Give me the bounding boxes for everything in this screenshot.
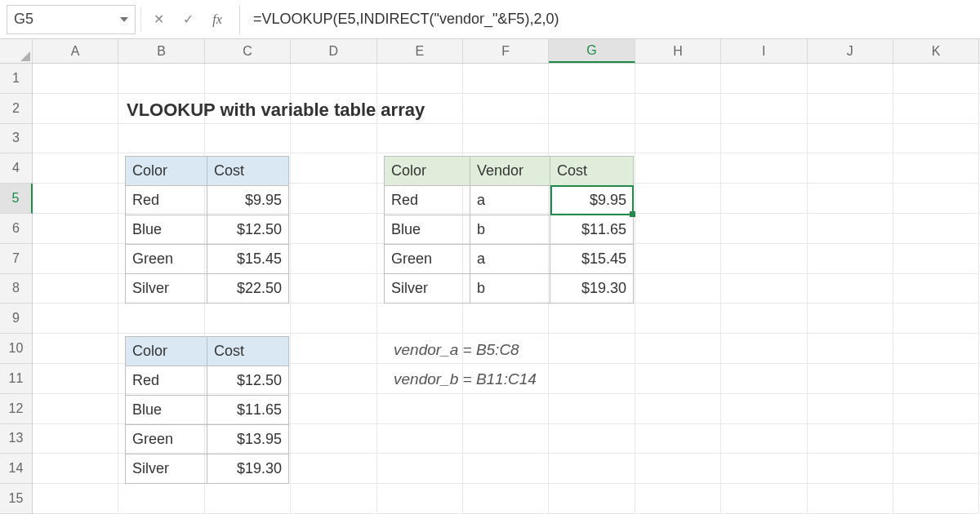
cell[interactable] [291,274,376,304]
column-header[interactable]: D [291,39,376,63]
cell[interactable] [893,454,979,484]
cell[interactable] [291,64,376,94]
cell[interactable] [635,424,721,454]
cell[interactable] [118,484,204,514]
cell[interactable] [635,94,721,124]
row-header[interactable]: 3 [0,124,32,154]
cell[interactable] [808,214,893,244]
column-header[interactable]: G [549,39,635,63]
cell[interactable] [635,334,721,364]
cell[interactable] [33,244,118,274]
cell[interactable] [549,64,635,94]
cell[interactable] [635,184,721,214]
cell[interactable] [291,394,376,424]
row-header[interactable]: 9 [0,304,32,334]
cell[interactable] [463,94,549,124]
cell[interactable] [635,153,721,184]
cell[interactable] [893,274,979,304]
cell[interactable] [291,334,376,364]
cell[interactable] [291,424,376,454]
row-header[interactable]: 6 [0,214,32,244]
cell[interactable] [893,64,979,94]
cell[interactable] [808,274,893,304]
cell[interactable] [463,64,549,94]
cell[interactable] [118,64,204,94]
cell[interactable] [33,64,118,94]
column-header[interactable]: K [893,39,979,63]
cell[interactable] [377,424,463,454]
row-header[interactable]: 13 [0,424,32,454]
cell[interactable] [377,124,463,154]
cell[interactable] [635,454,721,484]
formula-input[interactable]: =VLOOKUP(E5,INDIRECT("vendor_"&F5),2,0) [250,11,973,28]
cell[interactable] [33,394,118,424]
cell[interactable] [33,153,118,184]
column-header[interactable]: I [721,39,807,63]
cell[interactable] [463,454,549,484]
cell[interactable] [808,454,893,484]
cell[interactable] [808,124,893,154]
cell[interactable] [721,304,807,334]
cell[interactable] [893,94,979,124]
cell[interactable] [549,94,635,124]
name-box[interactable]: G5 [7,5,136,34]
select-all-corner[interactable] [0,39,33,63]
cell[interactable] [205,484,291,514]
cell[interactable] [808,394,893,424]
row-header[interactable]: 1 [0,64,32,94]
row-header[interactable]: 12 [0,394,32,424]
cell[interactable] [291,244,376,274]
cell[interactable] [893,124,979,154]
cancel-formula-button[interactable]: ✕ [146,7,171,32]
row-header[interactable]: 4 [0,153,32,184]
cell[interactable] [721,184,807,214]
cell[interactable] [635,244,721,274]
cell[interactable] [721,214,807,244]
cell[interactable] [205,304,291,334]
row-header[interactable]: 15 [0,484,32,514]
cell[interactable] [893,244,979,274]
cell[interactable] [721,124,807,154]
cell[interactable] [635,64,721,94]
cell[interactable] [463,304,549,334]
column-header[interactable]: A [33,39,118,63]
cell[interactable] [33,454,118,484]
column-header[interactable]: C [205,39,291,63]
cell[interactable] [721,153,807,184]
cell[interactable] [893,364,979,394]
enter-formula-button[interactable]: ✓ [176,7,200,32]
cell[interactable] [377,454,463,484]
cell[interactable] [118,304,204,334]
cell[interactable] [291,124,376,154]
cell[interactable] [808,334,893,364]
cell[interactable] [205,124,291,154]
insert-function-button[interactable]: fx [205,7,229,32]
cell[interactable] [291,214,376,244]
cell[interactable] [808,424,893,454]
cell[interactable] [808,484,893,514]
cell[interactable] [635,304,721,334]
chevron-down-icon[interactable] [120,17,128,22]
cell[interactable] [377,64,463,94]
cell[interactable] [33,484,118,514]
row-header[interactable]: 11 [0,364,32,394]
cell[interactable] [463,484,549,514]
cell[interactable] [721,454,807,484]
cell[interactable] [33,274,118,304]
column-header[interactable]: E [377,39,463,63]
cell[interactable] [291,364,376,394]
row-header[interactable]: 5 [0,184,33,214]
column-header[interactable]: B [118,39,204,63]
cell[interactable] [808,94,893,124]
cell[interactable] [549,364,635,394]
cell[interactable] [463,394,549,424]
cell[interactable] [291,184,376,214]
cell[interactable] [893,484,979,514]
cell[interactable] [893,184,979,214]
cell[interactable] [463,424,549,454]
cell[interactable] [635,274,721,304]
cell[interactable] [33,364,118,394]
cell[interactable] [33,184,118,214]
cell[interactable] [721,424,807,454]
column-header[interactable]: J [808,39,893,63]
